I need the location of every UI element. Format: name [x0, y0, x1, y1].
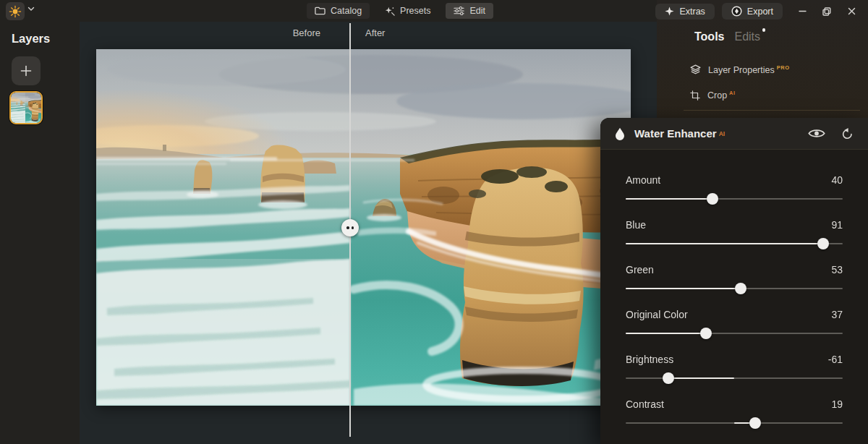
- extras-button[interactable]: Extras: [655, 4, 714, 20]
- export-label: Export: [747, 7, 773, 17]
- visibility-eye-icon[interactable]: [808, 128, 825, 139]
- slider-track[interactable]: [626, 372, 843, 384]
- minimize-button[interactable]: [790, 4, 814, 20]
- ai-badge: AI: [729, 90, 736, 96]
- slider-thumb[interactable]: [817, 238, 829, 249]
- export-button[interactable]: Export: [722, 3, 783, 20]
- edit-sliders-icon: [454, 7, 464, 15]
- topbar-actions: Extras Export: [655, 3, 868, 20]
- tab-tools[interactable]: Tools: [694, 30, 724, 43]
- after-label: After: [365, 27, 385, 38]
- water-drop-icon: [615, 127, 625, 140]
- tool-label: Layer Properties: [708, 65, 775, 75]
- slider-label: Contrast: [626, 398, 664, 410]
- restore-button[interactable]: [814, 4, 839, 20]
- crop-icon: [690, 90, 700, 101]
- tool-label: Crop: [707, 90, 727, 101]
- sun-icon: [9, 5, 22, 18]
- slider-value: 19: [831, 398, 843, 410]
- chevron-down-icon[interactable]: [27, 7, 35, 12]
- slider-track[interactable]: [626, 328, 843, 339]
- slider-value: 40: [831, 174, 843, 186]
- reset-undo-icon[interactable]: [841, 127, 854, 140]
- add-layer-button[interactable]: [12, 56, 41, 85]
- slider-track[interactable]: [626, 417, 843, 429]
- compare-divider-handle[interactable]: [341, 219, 359, 236]
- slider-track[interactable]: [626, 238, 843, 249]
- layer-thumbnail-image: [11, 93, 41, 123]
- layer-thumbnail[interactable]: [9, 91, 43, 124]
- water-enhancer-panel: Water Enhancer AI Amount40Blue91Green53O…: [600, 118, 868, 444]
- slider-thumb[interactable]: [707, 193, 718, 205]
- ai-badge: AI: [719, 130, 726, 137]
- tool-item-layer-properties[interactable]: Layer PropertiesPRO: [690, 64, 789, 75]
- export-icon: [731, 6, 742, 17]
- tool-item-crop[interactable]: CropAI: [690, 90, 736, 101]
- slider-value: 91: [831, 219, 843, 231]
- presets-sparkle-icon: [385, 6, 395, 16]
- slider-value: 37: [831, 309, 843, 320]
- tab-edit-label: Edit: [469, 6, 485, 16]
- slider-label: Amount: [626, 174, 660, 186]
- pro-badge: PRO: [777, 64, 790, 71]
- slider-row: Green53: [626, 264, 843, 294]
- slider-value: -61: [828, 354, 843, 365]
- slider-track[interactable]: [626, 193, 843, 205]
- slider-track[interactable]: [626, 283, 843, 294]
- edits-notification-dot: [762, 28, 766, 32]
- tools-divider: [684, 110, 860, 111]
- extras-label: Extras: [679, 7, 705, 17]
- water-enhancer-header: Water Enhancer AI: [600, 118, 868, 150]
- extras-star-icon: [665, 7, 674, 16]
- close-button[interactable]: [839, 4, 864, 20]
- slider-row: Amount40: [626, 174, 843, 205]
- plus-icon: [20, 65, 32, 77]
- layers-panel-title: Layers: [12, 32, 50, 46]
- tab-presets-label: Presets: [400, 6, 430, 16]
- slider-row: Brightness-61: [626, 354, 843, 384]
- photo-comparison-image: [96, 49, 631, 406]
- tab-catalog-label: Catalog: [331, 6, 362, 16]
- slider-label: Brightness: [626, 354, 673, 365]
- slider-list: Amount40Blue91Green53Original Color37Bri…: [600, 150, 868, 429]
- slider-label: Blue: [626, 219, 646, 231]
- slider-thumb[interactable]: [735, 283, 746, 294]
- folder-icon: [315, 7, 326, 15]
- title-bar: Catalog Presets Edit: [0, 0, 868, 22]
- tab-edits[interactable]: Edits: [734, 30, 760, 43]
- slider-row: Blue91: [626, 219, 843, 249]
- before-label: Before: [293, 27, 320, 38]
- slider-row: Contrast19: [626, 398, 843, 429]
- slider-label: Green: [626, 264, 654, 276]
- slider-thumb[interactable]: [663, 372, 674, 384]
- slider-row: Original Color37: [626, 309, 843, 339]
- tab-edit[interactable]: Edit: [446, 3, 493, 19]
- layers-icon: [690, 64, 701, 75]
- slider-thumb[interactable]: [700, 328, 712, 339]
- app-logo-button[interactable]: [6, 2, 25, 20]
- water-enhancer-title: Water Enhancer: [634, 127, 717, 140]
- view-tabs: Catalog Presets Edit: [307, 3, 493, 19]
- slider-thumb[interactable]: [749, 417, 761, 429]
- tab-presets[interactable]: Presets: [377, 3, 438, 19]
- tab-catalog[interactable]: Catalog: [307, 3, 370, 19]
- slider-label: Original Color: [626, 309, 688, 320]
- slider-value: 53: [831, 264, 843, 276]
